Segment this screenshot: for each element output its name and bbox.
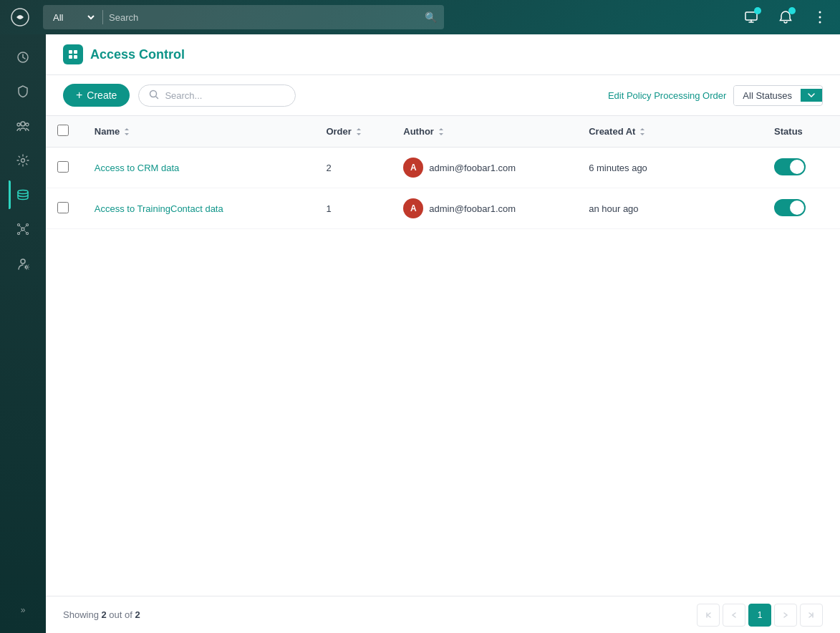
- order-sort-icon: [356, 127, 362, 136]
- created-col-label: Created At: [589, 126, 635, 137]
- row-status-cell: [763, 188, 840, 229]
- svg-rect-19: [74, 50, 77, 54]
- toolbar-search-icon: [149, 90, 159, 102]
- table-header: Name Order: [46, 116, 840, 148]
- author-avatar: A: [403, 158, 423, 178]
- footer: Showing 2 out of 2 1: [46, 596, 840, 633]
- header-checkbox-col: [46, 116, 83, 148]
- access-control-table: Name Order: [46, 116, 840, 229]
- row-status-cell: [763, 148, 840, 188]
- name-sort-icon: [124, 127, 130, 136]
- sidebar-item-user-settings[interactable]: [9, 249, 37, 278]
- order-col-label: Order: [326, 126, 351, 137]
- row-order-cell: 1: [314, 188, 392, 229]
- monitor-badge: [754, 7, 761, 14]
- svg-point-8: [26, 123, 29, 126]
- topbar: All Policies Users 🔍: [0, 0, 840, 34]
- select-all-checkbox[interactable]: [57, 125, 69, 136]
- svg-point-9: [21, 159, 25, 163]
- showing-text: Showing 2 out of 2: [63, 609, 140, 620]
- app-logo[interactable]: [9, 6, 32, 29]
- row-created-cell: an hour ago: [577, 188, 763, 229]
- row-status-toggle[interactable]: [774, 199, 806, 216]
- table-container: Name Order: [46, 116, 840, 596]
- next-page-button[interactable]: [774, 604, 797, 627]
- row-status-toggle[interactable]: [774, 158, 806, 175]
- svg-point-22: [150, 90, 157, 97]
- table-row: Access to TrainingContact data 1 A admin…: [46, 188, 840, 229]
- row-order-cell: 2: [314, 148, 392, 188]
- name-col-label: Name: [95, 126, 120, 137]
- showing-count: 2: [101, 609, 106, 620]
- row-created-cell: 6 minutes ago: [577, 148, 763, 188]
- author-cell-container: A admin@foobar1.com: [403, 198, 566, 218]
- first-page-button[interactable]: [697, 604, 720, 627]
- author-col-label: Author: [403, 126, 434, 137]
- svg-point-16: [21, 259, 25, 264]
- showing-total: 2: [135, 609, 140, 620]
- main-layout: » Access Control + Create: [0, 34, 840, 633]
- svg-point-15: [26, 233, 29, 235]
- page-header-icon: [63, 44, 83, 64]
- sidebar-item-database[interactable]: [9, 180, 37, 209]
- svg-point-3: [819, 16, 821, 19]
- more-menu-button[interactable]: [808, 6, 831, 29]
- author-email: admin@foobar1.com: [429, 203, 516, 214]
- status-filter-arrow[interactable]: [801, 89, 822, 102]
- svg-point-13: [26, 224, 29, 226]
- row-name-cell: Access to TrainingContact data: [83, 188, 315, 229]
- status-filter-label[interactable]: All Statuses: [734, 86, 801, 105]
- svg-point-12: [18, 224, 20, 226]
- row-checkbox[interactable]: [57, 161, 69, 173]
- status-filter-dropdown: All Statuses: [733, 85, 823, 106]
- created-sort-icon: [639, 127, 645, 136]
- svg-point-6: [21, 122, 25, 126]
- global-search-container: All Policies Users 🔍: [43, 5, 444, 29]
- page-title: Access Control: [90, 47, 185, 62]
- svg-point-4: [819, 21, 821, 24]
- header-created-at[interactable]: Created At: [577, 116, 763, 148]
- sidebar-item-team[interactable]: [9, 112, 37, 140]
- edit-policy-link[interactable]: Edit Policy Processing Order: [608, 90, 726, 101]
- table-search-input[interactable]: [165, 90, 285, 101]
- create-button[interactable]: + Create: [63, 84, 130, 107]
- author-avatar: A: [403, 198, 423, 218]
- last-page-button[interactable]: [800, 604, 823, 627]
- notifications-badge: [788, 7, 796, 14]
- global-search-input[interactable]: [109, 12, 425, 23]
- svg-point-10: [18, 190, 28, 194]
- row-author-cell: A admin@foobar1.com: [392, 188, 577, 229]
- header-name[interactable]: Name: [83, 116, 315, 148]
- row-checkbox-cell: [46, 148, 83, 188]
- row-checkbox[interactable]: [57, 202, 69, 213]
- monitor-button[interactable]: [740, 6, 763, 29]
- sidebar-item-dashboard[interactable]: [9, 43, 37, 72]
- sidebar-item-security[interactable]: [9, 77, 37, 106]
- row-name-link[interactable]: Access to TrainingContact data: [95, 203, 223, 214]
- sidebar-expand-button[interactable]: »: [9, 601, 37, 619]
- row-name-link[interactable]: Access to CRM data: [95, 163, 180, 173]
- svg-rect-20: [69, 55, 72, 59]
- sidebar-item-nodes[interactable]: [9, 215, 37, 243]
- header-order[interactable]: Order: [314, 116, 392, 148]
- status-col-label: Status: [774, 126, 803, 137]
- row-checkbox-cell: [46, 188, 83, 229]
- create-icon: +: [76, 90, 82, 101]
- table-body: Access to CRM data 2 A admin@foobar1.com…: [46, 148, 840, 229]
- page-1-button[interactable]: 1: [748, 604, 771, 627]
- search-scope-select[interactable]: All Policies Users: [50, 11, 97, 24]
- content-area: Access Control + Create Edit Policy Proc…: [46, 34, 840, 633]
- prev-page-button[interactable]: [723, 604, 745, 627]
- svg-point-14: [18, 233, 20, 235]
- sidebar-item-settings[interactable]: [9, 146, 37, 175]
- notifications-button[interactable]: [774, 6, 797, 29]
- toolbar-search-container: [138, 84, 296, 107]
- svg-point-11: [21, 228, 24, 231]
- create-label: Create: [87, 90, 117, 101]
- svg-point-2: [819, 11, 821, 14]
- svg-rect-21: [74, 55, 77, 59]
- pagination: 1: [697, 604, 823, 627]
- svg-point-7: [17, 123, 20, 126]
- search-icon: 🔍: [425, 11, 437, 23]
- header-author[interactable]: Author: [392, 116, 577, 148]
